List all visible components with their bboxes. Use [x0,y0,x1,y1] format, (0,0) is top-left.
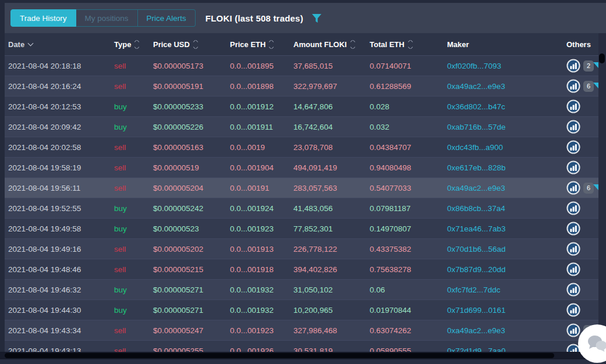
cell-type: sell [111,245,150,254]
cell-others [564,262,598,276]
table-row[interactable]: 2021-08-04 19:43:34 sell $0.000005247 0.… [5,320,598,340]
maker-address-link[interactable]: 0xe617eb...828b [447,163,506,172]
cell-price-usd: $0.000005233 [150,102,226,111]
cell-type: sell [111,82,150,91]
cell-total-eth: 0.032 [366,123,444,131]
maker-address-link[interactable]: 0x36d802...b47c [447,102,505,111]
cell-others [564,120,598,134]
maker-address-link[interactable]: 0x7b87d9...20dd [447,265,506,274]
cell-date: 2021-08-04 19:44:30 [5,306,111,315]
cell-type: sell [111,143,150,152]
trade-count-badge[interactable]: 2 [583,60,594,72]
cell-date: 2021-08-04 20:18:18 [5,62,111,70]
maker-address-link[interactable]: 0xa49ac2...e9e3 [447,326,505,335]
horizontal-scrollbar-thumb[interactable] [5,353,554,358]
tab-price-alerts[interactable]: Price Alerts [138,9,196,27]
price-chart-icon[interactable] [566,120,580,134]
sort-icon [194,40,197,49]
table-row[interactable]: 2021-08-04 19:58:19 sell $0.00000519 0.0… [5,157,598,177]
trade-count-badge[interactable]: 6 [583,183,594,194]
cell-amount: 77,852,301 [290,224,366,233]
maker-address-link[interactable]: 0x71ea46...7ab3 [447,224,506,233]
maker-address-link[interactable]: 0x86b8cb...37a4 [447,204,505,213]
column-header-amount-floki[interactable]: Amount FLOKI [290,40,366,49]
price-chart-icon[interactable] [566,222,580,235]
cell-total-eth: 0.63074262 [366,326,444,335]
column-header-total-eth[interactable]: Total ETH [366,40,444,49]
column-label: Maker [447,40,469,49]
table-row[interactable]: 2021-08-04 20:02:58 sell $0.000005163 0.… [5,137,598,157]
column-header-type[interactable]: Type [111,40,150,49]
cell-total-eth: 0.028 [366,102,444,111]
cell-price-eth: 0.0...001898 [226,82,290,91]
table-row[interactable]: 2021-08-04 19:56:11 sell $0.000005204 0.… [5,177,598,198]
column-label: Amount FLOKI [293,40,347,49]
table-row[interactable]: 2021-08-04 19:46:32 buy $0.000005271 0.0… [5,279,598,299]
cell-others [564,201,598,215]
vertical-scrollbar-thumb[interactable] [599,53,605,63]
cell-date: 2021-08-04 19:52:55 [5,204,111,213]
cell-price-eth: 0.0...001932 [226,306,290,315]
price-chart-icon[interactable] [566,99,580,113]
maker-address-link[interactable]: 0xf020fb...7093 [447,62,501,70]
cell-amount: 322,979,697 [290,82,366,91]
maker-address-link[interactable]: 0xab716b...57de [447,123,506,131]
tab-trade-history[interactable]: Trade History [10,9,76,27]
maker-address-link[interactable]: 0x70d1b6...56ad [447,245,506,254]
price-chart-icon[interactable] [566,181,580,195]
tab-my-positions[interactable]: My positions [76,9,138,27]
maker-address-link[interactable]: 0xdc43fb...a900 [447,143,503,152]
cell-total-eth: 0.61288569 [366,82,444,91]
price-chart-icon[interactable] [566,242,580,256]
table-row[interactable]: 2021-08-04 20:09:42 buy $0.000005226 0.0… [5,116,598,137]
cell-total-eth: 0.07140071 [366,62,444,70]
trade-count-badge[interactable]: 6 [583,81,594,92]
cell-price-usd: $0.00000523 [150,224,226,233]
column-header-price-eth[interactable]: Price ETH [226,40,290,49]
vertical-scrollbar-track[interactable] [598,33,606,359]
horizontal-scrollbar-track[interactable] [0,352,606,359]
column-label: Total ETH [370,40,405,49]
table-row[interactable]: 2021-08-04 19:52:55 buy $0.000005242 0.0… [5,198,598,218]
corner-arrow-icon [593,184,598,191]
cell-price-eth: 0.0...001912 [226,102,290,111]
table-row[interactable]: 2021-08-04 20:16:24 sell $0.000005191 0.… [5,76,598,96]
cell-price-eth: 0.0...001932 [226,286,290,294]
price-chart-icon[interactable] [566,79,580,93]
cell-total-eth: 0.75638278 [366,265,444,274]
cell-amount: 23,078,708 [290,143,366,152]
table-row[interactable]: 2021-08-04 19:44:30 buy $0.000005271 0.0… [5,299,598,320]
tab-group: Trade History My positions Price Alerts [10,9,196,27]
table-row[interactable]: 2021-08-04 20:12:53 buy $0.000005233 0.0… [5,96,598,116]
cell-type: buy [111,123,150,131]
column-header-date[interactable]: Date [5,40,111,49]
maker-address-link[interactable]: 0xfc7fd2...7ddc [447,286,501,294]
price-chart-icon[interactable] [566,262,580,276]
price-chart-icon[interactable] [566,201,580,215]
price-chart-icon[interactable] [566,323,580,337]
maker-address-link[interactable]: 0x71d699...0161 [447,306,506,315]
filter-funnel-icon[interactable] [311,13,322,23]
table-row[interactable]: 2021-08-04 20:18:18 sell $0.000005173 0.… [5,55,598,76]
chat-bubbles-icon [587,334,606,353]
cell-amount: 283,057,563 [290,184,366,192]
cell-others: 6 [564,181,598,195]
price-chart-icon[interactable] [566,160,580,174]
price-chart-icon[interactable] [566,303,580,317]
column-header-price-usd[interactable]: Price USD [150,40,226,49]
cell-others: 6 [564,79,598,93]
table-body: 2021-08-04 20:18:18 sell $0.000005173 0.… [5,55,598,361]
toolbar: Trade History My positions Price Alerts … [5,3,606,33]
table-row[interactable]: 2021-08-04 19:49:16 sell $0.000005202 0.… [5,238,598,259]
table-row[interactable]: 2021-08-04 19:48:46 sell $0.000005215 0.… [5,259,598,279]
price-chart-icon[interactable] [566,283,580,297]
maker-address-link[interactable]: 0xa49ac2...e9e3 [447,184,505,192]
price-chart-icon[interactable] [566,59,580,73]
cell-others [564,283,598,297]
table-row[interactable]: 2021-08-04 19:49:58 buy $0.00000523 0.0.… [5,218,598,238]
maker-address-link[interactable]: 0xa49ac2...e9e3 [447,82,505,91]
cell-date: 2021-08-04 19:58:19 [5,163,111,172]
price-chart-icon[interactable] [566,140,580,154]
cell-type: buy [111,306,150,315]
cell-price-usd: $0.000005191 [150,82,226,91]
